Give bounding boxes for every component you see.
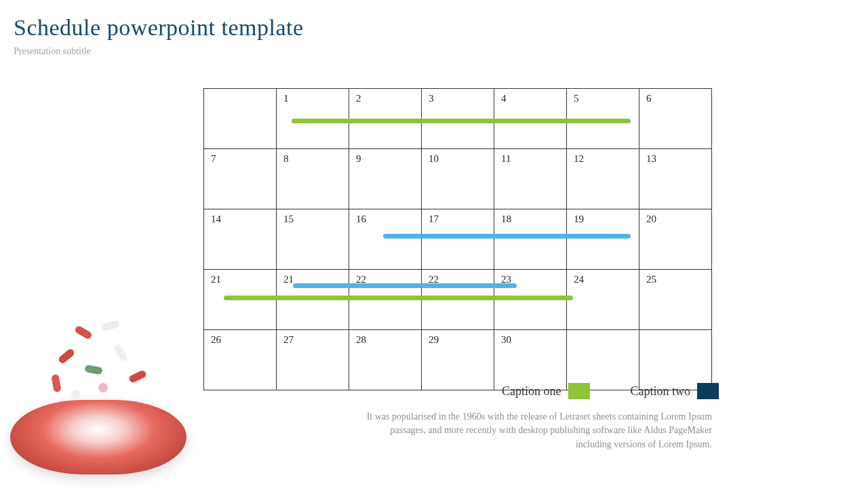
pill-icon — [128, 369, 147, 384]
calendar-container: 1 2 3 4 5 6 7 8 9 10 11 12 13 14 15 16 1… — [203, 88, 712, 390]
calendar-cell: 28 — [349, 330, 422, 390]
calendar-row: 26 27 28 29 30 — [204, 330, 712, 390]
calendar-cell: 20 — [639, 209, 712, 270]
calendar-cell: 19 — [567, 209, 639, 270]
calendar-cell: 14 — [204, 209, 277, 270]
legend-label-one: Caption one — [502, 384, 561, 399]
calendar-cell: 24 — [567, 270, 639, 330]
legend-item-one: Caption one — [502, 383, 590, 399]
legend: Caption one Caption two — [366, 383, 719, 399]
description-text: It was popularised in the 1960s with the… — [366, 410, 712, 451]
pills-illustration — [10, 315, 186, 474]
calendar-cell: 27 — [277, 330, 349, 390]
calendar-row: 14 15 16 17 18 19 20 — [204, 209, 712, 270]
calendar-cell: 7 — [204, 149, 277, 209]
slide-title: Schedule powerpoint template — [14, 15, 304, 41]
pill-pile — [10, 400, 186, 474]
pill-icon — [58, 348, 76, 365]
schedule-bar — [293, 283, 517, 288]
schedule-bar — [383, 234, 631, 239]
calendar-cell: 13 — [639, 149, 712, 209]
calendar-row: 7 8 9 10 11 12 13 — [204, 149, 712, 209]
calendar-cell: 8 — [277, 149, 349, 209]
legend-swatch-two — [697, 383, 719, 399]
calendar-cell: 29 — [422, 330, 494, 390]
calendar-table: 1 2 3 4 5 6 7 8 9 10 11 12 13 14 15 16 1… — [203, 88, 712, 390]
calendar-cell: 17 — [422, 209, 494, 270]
calendar-cell — [204, 89, 277, 149]
pill-icon — [51, 374, 61, 393]
calendar-cell: 25 — [639, 270, 712, 330]
legend-item-two: Caption two — [631, 383, 719, 399]
pill-icon — [113, 343, 129, 362]
schedule-bar — [224, 296, 573, 300]
calendar-cell — [639, 330, 712, 390]
legend-label-two: Caption two — [631, 384, 691, 399]
schedule-bar — [292, 119, 631, 123]
pill-icon — [74, 325, 93, 340]
calendar-cell: 9 — [349, 149, 422, 209]
pill-icon — [101, 320, 120, 331]
calendar-cell: 11 — [494, 149, 567, 209]
pill-icon — [98, 383, 108, 392]
calendar-cell: 15 — [277, 209, 349, 270]
calendar-cell: 12 — [567, 149, 639, 209]
pill-icon — [84, 365, 103, 375]
calendar-cell: 18 — [494, 209, 567, 270]
calendar-cell: 6 — [639, 89, 712, 149]
slide-subtitle: Presentation subtitle — [14, 46, 91, 57]
calendar-cell: 30 — [494, 330, 567, 390]
calendar-cell: 16 — [349, 209, 422, 270]
calendar-cell: 26 — [204, 330, 277, 390]
legend-swatch-one — [568, 383, 590, 399]
calendar-cell: 10 — [422, 149, 494, 209]
calendar-cell — [567, 330, 639, 390]
pill-icon — [71, 390, 81, 399]
